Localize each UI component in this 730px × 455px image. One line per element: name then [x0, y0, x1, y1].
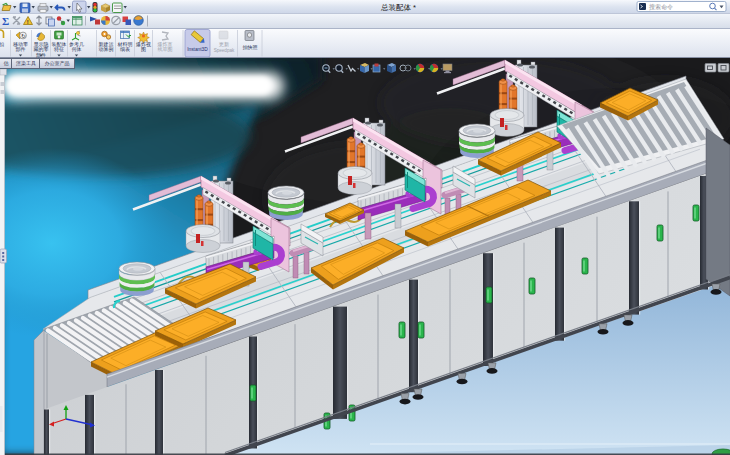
svg-text:总装配体 *: 总装配体 * [380, 3, 416, 12]
svg-text:细表: 细表 [120, 46, 130, 53]
svg-text:Speedpak: Speedpak [214, 48, 235, 53]
svg-text:Instant3D: Instant3D [187, 47, 208, 52]
svg-text:部件: 部件 [16, 46, 26, 53]
svg-text:拍快照: 拍快照 [243, 44, 258, 50]
svg-text:何体: 何体 [72, 46, 82, 53]
svg-text:线草图: 线草图 [158, 46, 173, 53]
svg-text:特征: 特征 [54, 46, 64, 53]
svg-text:动算例: 动算例 [99, 46, 114, 53]
svg-text:Σ: Σ [2, 15, 9, 27]
svg-text:扣: 扣 [0, 41, 4, 47]
svg-text:!: ! [27, 19, 29, 25]
svg-text:搜索命令: 搜索命令 [649, 3, 673, 11]
svg-text:更新: 更新 [219, 41, 229, 47]
svg-text:图: 图 [141, 46, 146, 53]
svg-text:↻: ↻ [21, 33, 26, 39]
